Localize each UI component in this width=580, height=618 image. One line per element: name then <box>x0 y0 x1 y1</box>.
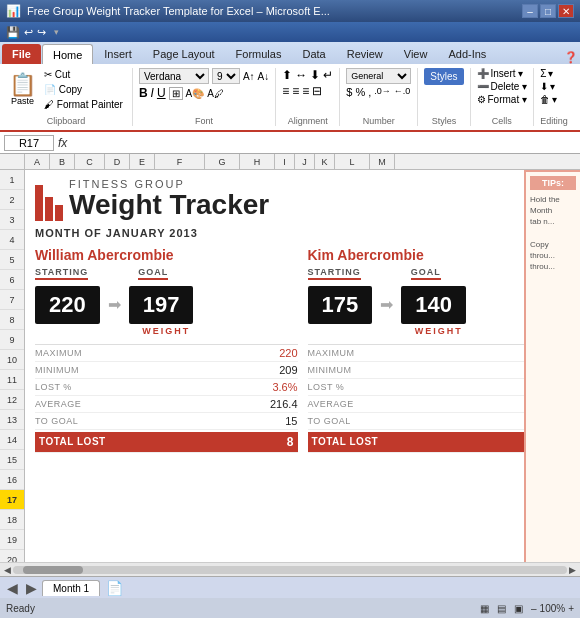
cut-button[interactable]: ✂ Cut <box>41 68 126 81</box>
zoom-out-button[interactable]: – <box>531 603 537 614</box>
col-header-c[interactable]: C <box>75 154 105 169</box>
row-20[interactable]: 20 <box>0 550 24 562</box>
paste-button[interactable]: 📋 Paste <box>6 72 39 108</box>
fill-color-button[interactable]: A🎨 <box>186 88 205 99</box>
delete-button[interactable]: ➖Delete ▾ <box>477 81 528 92</box>
increase-font-button[interactable]: A↑ <box>243 71 255 82</box>
underline-button[interactable]: U <box>157 86 166 100</box>
undo-qat-button[interactable]: ↩ <box>24 26 33 39</box>
col-header-k[interactable]: K <box>315 154 335 169</box>
tab-review[interactable]: Review <box>337 44 393 64</box>
italic-button[interactable]: I <box>151 86 154 100</box>
row-3[interactable]: 3 <box>0 210 24 230</box>
page-break-view-button[interactable]: ▣ <box>514 603 523 614</box>
row-5[interactable]: 5 <box>0 250 24 270</box>
align-left-button[interactable]: ≡ <box>282 84 289 98</box>
row-12[interactable]: 12 <box>0 390 24 410</box>
col-header-e[interactable]: E <box>130 154 155 169</box>
row-2[interactable]: 2 <box>0 190 24 210</box>
copy-button[interactable]: 📄 Copy <box>41 83 126 96</box>
border-button[interactable]: ⊞ <box>169 87 183 100</box>
tab-page-layout[interactable]: Page Layout <box>143 44 225 64</box>
font-size-select[interactable]: 9 <box>212 68 240 84</box>
col-header-m[interactable]: M <box>370 154 395 169</box>
cell-styles-button[interactable]: Styles <box>424 68 463 85</box>
merge-cells-button[interactable]: ⊟ <box>312 84 322 98</box>
help-button[interactable]: ❓ <box>564 51 578 64</box>
align-center-button[interactable]: ≡ <box>292 84 299 98</box>
col-header-g[interactable]: G <box>205 154 240 169</box>
col-header-h[interactable]: H <box>240 154 275 169</box>
col-header-b[interactable]: B <box>50 154 75 169</box>
font-name-select[interactable]: Verdana <box>139 68 209 84</box>
scroll-track[interactable] <box>13 566 567 574</box>
insert-button[interactable]: ➕Insert ▾ <box>477 68 528 79</box>
row-1[interactable]: 1 <box>0 170 24 190</box>
row-16[interactable]: 16 <box>0 470 24 490</box>
col-header-j[interactable]: J <box>295 154 315 169</box>
row-11[interactable]: 11 <box>0 370 24 390</box>
page-layout-view-button[interactable]: ▤ <box>497 603 506 614</box>
redo-qat-button[interactable]: ↪ <box>37 26 46 39</box>
scroll-thumb[interactable] <box>23 566 83 574</box>
row-15[interactable]: 15 <box>0 450 24 470</box>
row-10[interactable]: 10 <box>0 350 24 370</box>
add-sheet-button[interactable]: 📄 <box>106 580 123 596</box>
clear-button[interactable]: 🗑 ▾ <box>540 94 557 105</box>
col-header-f[interactable]: F <box>155 154 205 169</box>
col-header-a[interactable]: A <box>25 154 50 169</box>
sheet-tab-month1[interactable]: Month 1 <box>42 580 100 596</box>
decrease-decimal-button[interactable]: ←.0 <box>394 86 411 98</box>
wrap-text-button[interactable]: ↵ <box>323 68 333 82</box>
scroll-right-button[interactable]: ▶ <box>567 565 578 575</box>
row-9[interactable]: 9 <box>0 330 24 350</box>
align-right-button[interactable]: ≡ <box>302 84 309 98</box>
row-7[interactable]: 7 <box>0 290 24 310</box>
tab-file[interactable]: File <box>2 44 41 64</box>
percent-button[interactable]: % <box>355 86 365 98</box>
number-format-select[interactable]: General <box>346 68 411 84</box>
sheet-tab-prev[interactable]: ◀ <box>4 580 21 596</box>
maximize-button[interactable]: □ <box>540 4 556 18</box>
col-header-d[interactable]: D <box>105 154 130 169</box>
tab-insert[interactable]: Insert <box>94 44 142 64</box>
autosum-button[interactable]: Σ ▾ <box>540 68 557 79</box>
formula-input[interactable] <box>71 137 576 149</box>
format-button[interactable]: ⚙Format ▾ <box>477 94 528 105</box>
row-6[interactable]: 6 <box>0 270 24 290</box>
decrease-font-button[interactable]: A↓ <box>258 71 270 82</box>
scroll-left-button[interactable]: ◀ <box>2 565 13 575</box>
minimize-button[interactable]: – <box>522 4 538 18</box>
font-color-button[interactable]: A🖊 <box>207 88 224 99</box>
align-bottom-button[interactable]: ⬇ <box>310 68 320 82</box>
qat-dropdown[interactable]: ▾ <box>54 27 59 37</box>
zoom-in-button[interactable]: + <box>568 603 574 614</box>
sheet-tab-next[interactable]: ▶ <box>23 580 40 596</box>
save-qat-button[interactable]: 💾 <box>6 26 20 39</box>
row-8[interactable]: 8 <box>0 310 24 330</box>
row-18[interactable]: 18 <box>0 510 24 530</box>
normal-view-button[interactable]: ▦ <box>480 603 489 614</box>
row-13[interactable]: 13 <box>0 410 24 430</box>
col-header-l[interactable]: L <box>335 154 370 169</box>
bold-button[interactable]: B <box>139 86 148 100</box>
format-painter-button[interactable]: 🖌 Format Painter <box>41 98 126 111</box>
fill-button[interactable]: ⬇ ▾ <box>540 81 557 92</box>
close-button[interactable]: ✕ <box>558 4 574 18</box>
col-header-i[interactable]: I <box>275 154 295 169</box>
tab-formulas[interactable]: Formulas <box>226 44 292 64</box>
currency-button[interactable]: $ <box>346 86 352 98</box>
tab-view[interactable]: View <box>394 44 438 64</box>
increase-decimal-button[interactable]: .0→ <box>374 86 391 98</box>
row-4[interactable]: 4 <box>0 230 24 250</box>
row-14[interactable]: 14 <box>0 430 24 450</box>
row-19[interactable]: 19 <box>0 530 24 550</box>
align-top-button[interactable]: ⬆ <box>282 68 292 82</box>
row-17[interactable]: 17 <box>0 490 24 510</box>
tab-home[interactable]: Home <box>42 44 93 64</box>
tab-addins[interactable]: Add-Ins <box>438 44 496 64</box>
name-box[interactable] <box>4 135 54 151</box>
align-middle-button[interactable]: ↔ <box>295 68 307 82</box>
comma-button[interactable]: , <box>368 86 371 98</box>
tab-data[interactable]: Data <box>292 44 335 64</box>
